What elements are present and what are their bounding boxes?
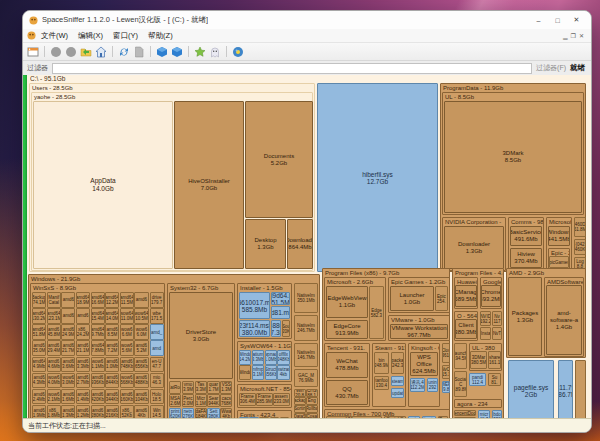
treemap-cell[interactable]: wow61.1Mb [91, 357, 105, 373]
treemap-cell[interactable]: wow63.0Mb [61, 373, 75, 389]
treemap-cell[interactable]: amd629.4M [47, 340, 61, 356]
treemap-cell[interactable]: wow64.0Mb [47, 373, 61, 389]
treemap-cell[interactable]: amd61.9Mb [32, 405, 46, 418]
treemap-cell[interactable]: quar1.7M [207, 381, 219, 394]
treemap-cell[interactable]: wpnac1.0Mb [265, 350, 277, 365]
treemap-block[interactable]: pagefile.sys2Gb [508, 360, 554, 418]
treemap-block[interactable]: AppData14.0Gb [33, 101, 173, 269]
treemap-cell[interactable]: wow66.6M [120, 324, 134, 340]
treemap-cell[interactable]: amd61.4Mb [76, 389, 90, 405]
treemap-block[interactable]: unin [408, 416, 420, 418]
treemap-cell[interactable]: xwizar4kb [277, 365, 289, 380]
maximize-button[interactable]: □ [549, 14, 566, 27]
treemap-cell[interactable]: amd6844Kb [105, 373, 119, 389]
treemap-cell[interactable]: Holo18.5 [150, 389, 164, 405]
home-icon[interactable] [95, 46, 107, 58]
treemap-block[interactable]: BasicService491.6Mb [510, 226, 542, 246]
treemap-cell[interactable]: offllx248Kb [277, 350, 289, 365]
treemap-cell[interactable]: amd_ [150, 324, 164, 340]
treemap-cell[interactable]: amd6414.0M [105, 308, 119, 324]
treemap-block[interactable]: EpicGamesL [549, 256, 569, 268]
treemap-cell[interactable]: amd68.5M [105, 324, 119, 340]
treemap-block[interactable]: Hiview370.4Mb [510, 248, 542, 268]
treemap-cell[interactable]: wow6568Kb [120, 373, 134, 389]
menu-file[interactable]: 文件(W) [36, 31, 73, 41]
treemap-block[interactable]: 688627.3M [271, 320, 281, 337]
mdi-restore-button[interactable]: ❐ [571, 32, 576, 39]
treemap-cell[interactable]: wow66.0M [134, 324, 148, 340]
treemap-cell[interactable]: CHS88.1 [306, 389, 318, 397]
export-folder-icon[interactable] [80, 46, 92, 58]
treemap-cell[interactable]: amd [150, 340, 164, 356]
treemap-cell[interactable]: vmo3.9M [182, 381, 194, 394]
treemap-cell[interactable]: Win14.5 [150, 405, 164, 418]
treemap-cell[interactable]: Frame306.4M [239, 393, 256, 406]
treemap-cell[interactable]: amd6344Kb [105, 389, 119, 405]
treemap-cell[interactable]: amd6 [76, 308, 90, 324]
treemap-cell[interactable]: vgan8Kb [249, 417, 259, 418]
treemap-cell[interactable]: amd6 [61, 292, 75, 308]
mdi-close-button[interactable]: ✕ [579, 32, 584, 39]
treemap-block[interactable]: Epic254. [435, 286, 448, 311]
treemap-block[interactable]: TencentDocs [454, 417, 476, 418]
star-icon[interactable] [194, 46, 206, 58]
treemap-block[interactable]: steam [391, 376, 404, 386]
minimize-button[interactable]: – [530, 14, 547, 27]
treemap-block[interactable]: VMware Workstation 967.7Mb [390, 324, 448, 339]
treemap-cell[interactable]: amd64123.1M [47, 308, 61, 324]
filter-button[interactable]: 过滤器(F) [536, 63, 566, 73]
filter-input[interactable] [52, 63, 532, 74]
treemap-cell[interactable]: Cosa [280, 417, 290, 418]
treemap-cell[interactable]: amd649.7Mb [91, 324, 105, 340]
menu-edit[interactable]: 编辑(X) [73, 31, 108, 41]
treemap-cell[interactable]: netn276K [182, 408, 194, 418]
treemap-cell[interactable]: amd62.4Mb [32, 389, 46, 405]
treemap-block[interactable]: tanfoo130.4 [374, 376, 389, 390]
treemap-cell[interactable]: amd6104Kb [134, 389, 148, 405]
treemap-block[interactable]: Windows441.5Mb [548, 226, 570, 246]
settings-icon[interactable] [232, 46, 244, 58]
free-space-cube-icon[interactable] [156, 46, 168, 58]
pause-icon[interactable] [65, 46, 77, 58]
treemap-cell[interactable]: amd64.3Mb [32, 373, 46, 389]
treemap-cell[interactable]: Tas3.3M [195, 381, 207, 394]
treemap-cell[interactable]: amd61.2Mb [76, 405, 90, 418]
treemap-block[interactable]: NVID192.2 [480, 311, 491, 326]
treemap-block[interactable]: unin292 [427, 378, 438, 392]
treemap-block[interactable]: micr48.7 [478, 410, 490, 418]
treemap-cell[interactable]: x86_24.2M [76, 324, 90, 340]
treemap-block[interactable]: packa242.3 [391, 352, 404, 374]
treemap-block[interactable]: TencentDocs [454, 410, 476, 416]
stop-icon[interactable] [50, 46, 62, 58]
treemap-cell[interactable]: Sortin [294, 405, 306, 413]
treemap-block[interactable]: DriverStore3.0Gb [169, 292, 233, 379]
treemap-cell[interactable]: amd6418.9M [76, 292, 90, 308]
treemap-cell[interactable]: amd62.7Mb [76, 373, 90, 389]
treemap-cell[interactable]: amd647.8Mb [91, 340, 105, 356]
treemap-cell[interactable]: cacs768K [220, 394, 232, 407]
treemap-cell[interactable]: amd624.9M [61, 324, 75, 340]
treemap-cell[interactable]: amd64.6Mb [47, 357, 61, 373]
treemap-block[interactable]: Downloads864.4Mb [287, 219, 313, 269]
treemap-cell[interactable]: DataS [294, 413, 306, 418]
report-icon[interactable] [133, 46, 145, 58]
treemap-block[interactable]: HiveOSInstaller7.0Gb [174, 101, 244, 269]
new-view-icon[interactable] [27, 46, 39, 58]
menu-window[interactable]: 窗口(Y) [108, 31, 143, 41]
treemap-cell[interactable]: amd6216Kb [105, 405, 119, 418]
treemap-block[interactable]: Rac [438, 416, 448, 418]
treemap-block[interactable]: Edge582.3 [369, 286, 384, 339]
treemap-cell[interactable]: amd67.2M [105, 340, 119, 356]
treemap-block[interactable]: Downloader1.3Gb [444, 226, 504, 269]
treemap-cell[interactable]: wow62.1Mb [47, 389, 61, 405]
treemap-cell[interactable]: Perc2.0M [182, 394, 194, 407]
treemap-cell[interactable]: amd6420Kb [91, 389, 105, 405]
treemap-block[interactable]: Social C189.8M [454, 371, 467, 397]
treemap-cell[interactable]: amd6411.5M [120, 292, 134, 308]
treemap-block[interactable]: Launcher1.0Gb [390, 286, 434, 311]
treemap-block[interactable]: Desktop1.3Gb [245, 219, 286, 269]
treemap-cell[interactable]: print620K [169, 408, 181, 418]
treemap-block[interactable]: 15610017.msi585.8Mb [239, 292, 270, 319]
treemap-block[interactable]: bin248.9M [374, 352, 389, 374]
treemap-block[interactable]: WPS Office624.5Mb [410, 352, 438, 376]
